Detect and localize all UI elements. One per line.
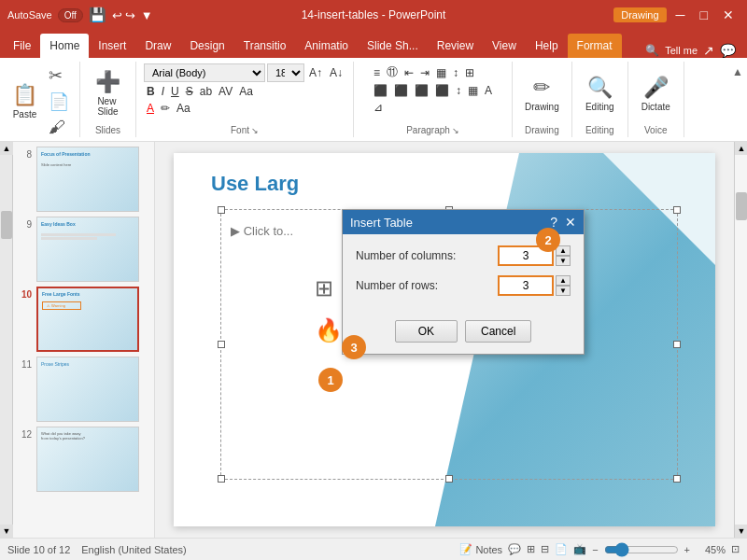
dialog-rows-input[interactable] xyxy=(498,275,554,296)
tab-help[interactable]: Help xyxy=(526,34,568,58)
dictate-btn[interactable]: 🎤 Dictate xyxy=(637,73,675,115)
zoom-out-btn[interactable]: − xyxy=(592,544,598,555)
slide-thumb-8[interactable]: 8 Focus of Presentation Slide content he… xyxy=(18,147,149,212)
insert-table-icon[interactable]: ⊞ xyxy=(315,275,333,301)
tab-file[interactable]: File xyxy=(4,34,40,58)
slide-thumb-11[interactable]: 11 Prose Stripes xyxy=(18,357,149,422)
slide-thumb-9[interactable]: 9 Easy Ideas Box xyxy=(18,217,149,282)
comment-icon[interactable]: 💬 xyxy=(508,543,521,555)
font-expand-icon[interactable]: ↘ xyxy=(251,126,259,135)
tab-home[interactable]: Home xyxy=(40,34,89,58)
handle-mr[interactable] xyxy=(673,341,681,348)
handle-bm[interactable] xyxy=(445,475,453,483)
shadow-btn[interactable]: ab xyxy=(197,84,215,99)
share-btn[interactable]: ↗ xyxy=(703,43,714,58)
slide-img-11[interactable]: Prose Stripes xyxy=(36,357,139,422)
col-btn[interactable]: ▦ xyxy=(433,65,449,80)
handle-ml[interactable] xyxy=(218,341,225,348)
tell-me-label[interactable]: Tell me xyxy=(665,45,698,56)
underline-btn[interactable]: U xyxy=(168,84,182,99)
bullets-btn[interactable]: ≡ xyxy=(371,65,383,80)
slide-thumb-10[interactable]: 10 Free Large Fonts ⚠ Warning xyxy=(18,287,149,352)
reading-view-btn[interactable]: 📄 xyxy=(555,543,568,555)
zoom-slider[interactable] xyxy=(604,542,679,557)
strikethrough-btn[interactable]: S xyxy=(183,84,196,99)
format-painter-btn[interactable]: 🖌 xyxy=(46,116,72,139)
align-left-btn[interactable]: ⬛ xyxy=(371,83,390,98)
customize-btn[interactable]: ▼ xyxy=(141,8,153,22)
drawing-btn[interactable]: ✏ Drawing xyxy=(520,73,564,115)
tab-transitions[interactable]: Transitio xyxy=(234,34,296,58)
bold-btn[interactable]: B xyxy=(144,84,158,99)
increase-indent-btn[interactable]: ⇥ xyxy=(417,65,432,80)
text-shadow2-btn[interactable]: A xyxy=(482,83,495,98)
tab-format[interactable]: Format xyxy=(568,34,622,58)
char-spacing-btn[interactable]: AV xyxy=(216,84,235,99)
text-dir-btn[interactable]: ↕ xyxy=(450,65,461,80)
font-size-select[interactable]: 18 xyxy=(267,63,304,82)
comments-btn[interactable]: 💬 xyxy=(720,43,736,58)
align-center-btn[interactable]: ⬛ xyxy=(391,83,411,98)
editing-btn[interactable]: 🔍 Editing xyxy=(581,73,619,115)
font-name-select[interactable]: Arial (Body) xyxy=(144,63,265,82)
scroll-up-btn[interactable]: ▲ xyxy=(0,142,13,155)
scroll-down-btn[interactable]: ▼ xyxy=(0,525,13,538)
insert-picture-icon[interactable]: 🔥 xyxy=(315,317,343,343)
increase-font-btn[interactable]: A↑ xyxy=(306,65,325,80)
close-btn[interactable]: ✕ xyxy=(717,6,740,24)
slide-img-9[interactable]: Easy Ideas Box xyxy=(36,217,139,282)
slide-sorter-btn[interactable]: ⊟ xyxy=(541,543,549,555)
cut-btn[interactable]: ✂ xyxy=(46,63,72,88)
cols2-btn[interactable]: ▦ xyxy=(465,83,481,98)
undo-btn[interactable]: ↩ xyxy=(112,8,122,22)
decrease-font-btn[interactable]: A↓ xyxy=(327,65,345,80)
scroll-thumb-left[interactable] xyxy=(1,211,12,239)
handle-tr[interactable] xyxy=(673,206,681,214)
align-right-btn[interactable]: ⬛ xyxy=(412,83,431,98)
fit-slide-btn[interactable]: ⊡ xyxy=(731,543,740,555)
tab-view[interactable]: View xyxy=(483,34,526,58)
tab-slideshow[interactable]: Slide Sh... xyxy=(358,34,428,58)
notes-btn[interactable]: 📝 Notes xyxy=(459,543,502,555)
dialog-close-btn[interactable]: ✕ xyxy=(565,215,576,230)
rows-increment-btn[interactable]: ▲ xyxy=(556,275,571,286)
justify-btn[interactable]: ⬛ xyxy=(432,83,452,98)
handle-br[interactable] xyxy=(673,475,681,483)
smartart-btn[interactable]: ⊞ xyxy=(462,65,477,80)
paste-btn[interactable]: 📋 Paste xyxy=(7,80,42,122)
normal-view-btn[interactable]: ⊞ xyxy=(527,543,535,555)
font-size-aa-btn[interactable]: Aa xyxy=(174,101,193,116)
handle-tl[interactable] xyxy=(218,206,225,214)
cols-decrement-btn[interactable]: ▼ xyxy=(556,256,571,266)
italic-btn[interactable]: I xyxy=(159,84,167,99)
tab-draw[interactable]: Draw xyxy=(135,34,180,58)
convert-shape-btn[interactable]: ⊿ xyxy=(371,100,386,115)
line-spacing-btn[interactable]: ↕ xyxy=(453,83,464,98)
slide-thumb-12[interactable]: 12 What did you take awayfrom today's pr… xyxy=(18,427,149,492)
vscroll-down-btn[interactable]: ▼ xyxy=(735,525,747,538)
tab-animations[interactable]: Animatio xyxy=(295,34,358,58)
new-slide-btn[interactable]: ➕ NewSlide xyxy=(91,67,125,119)
minimize-btn[interactable]: ─ xyxy=(670,6,691,24)
dialog-cancel-btn[interactable]: Cancel xyxy=(465,320,531,343)
vscroll-up-btn[interactable]: ▲ xyxy=(735,142,747,155)
decrease-indent-btn[interactable]: ⇤ xyxy=(402,65,416,80)
copy-btn[interactable]: 📄 xyxy=(46,90,72,114)
text-highlight-btn[interactable]: ✏ xyxy=(158,101,173,116)
numbering-btn[interactable]: ⑪ xyxy=(384,63,401,81)
click-to-add-text[interactable]: ▶ Click to... xyxy=(231,224,293,238)
save-icon[interactable]: 💾 xyxy=(89,7,106,23)
handle-bl[interactable] xyxy=(218,475,225,483)
zoom-level[interactable]: 45% xyxy=(696,544,726,555)
autosave-toggle[interactable]: Off xyxy=(58,8,83,22)
redo-btn[interactable]: ↪ xyxy=(125,8,135,22)
tab-review[interactable]: Review xyxy=(428,34,483,58)
ribbon-collapse-btn[interactable]: ▲ xyxy=(732,65,743,78)
zoom-in-btn[interactable]: + xyxy=(684,544,690,555)
slide-img-12[interactable]: What did you take awayfrom today's prese… xyxy=(36,427,139,492)
maximize-btn[interactable]: □ xyxy=(695,6,713,24)
slide-img-10[interactable]: Free Large Fonts ⚠ Warning xyxy=(36,287,139,352)
rows-decrement-btn[interactable]: ▼ xyxy=(556,286,571,296)
tab-design[interactable]: Design xyxy=(180,34,233,58)
dialog-ok-btn[interactable]: OK xyxy=(395,320,458,343)
